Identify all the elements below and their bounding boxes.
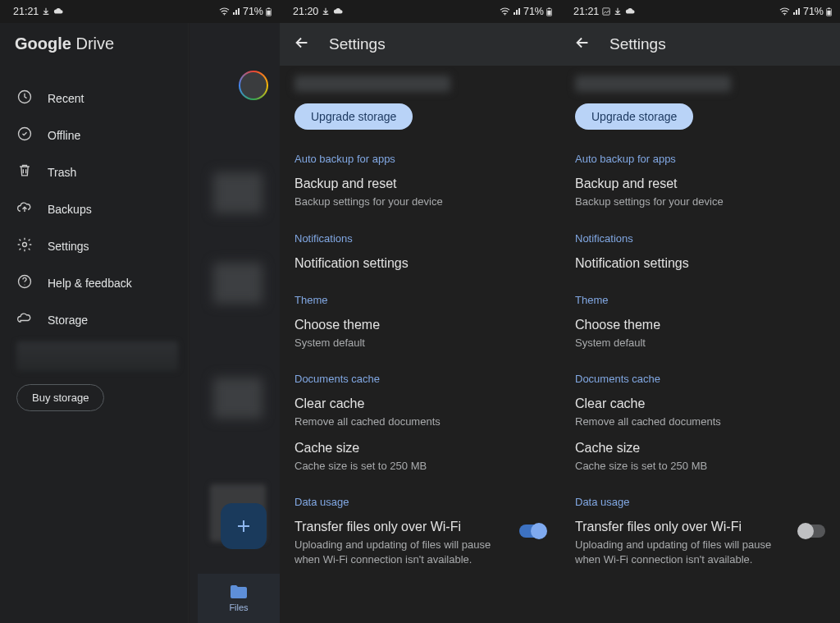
app-title-thin: Drive	[71, 34, 114, 53]
svg-rect-10	[548, 7, 550, 8]
item-clear-cache[interactable]: Clear cache Remove all cached documents	[294, 396, 546, 429]
bottom-nav-files[interactable]: Files	[198, 574, 280, 623]
section-notifications: Notifications	[575, 232, 825, 245]
section-notifications: Notifications	[294, 232, 546, 245]
battery-icon	[546, 7, 552, 16]
item-title: Clear cache	[294, 396, 546, 411]
item-subtitle: Uploading and updating of files will pau…	[294, 538, 511, 566]
item-notification-settings[interactable]: Notification settings	[575, 256, 825, 271]
upgrade-storage-button[interactable]: Upgrade storage	[294, 103, 413, 130]
drawer-item-label: Storage	[48, 314, 88, 327]
behind-content: Files	[196, 66, 280, 623]
item-subtitle: Remove all cached documents	[575, 415, 825, 429]
item-title: Backup and reset	[575, 176, 825, 191]
drawer-item-label: Recent	[48, 92, 84, 105]
page-title: Settings	[329, 35, 386, 53]
item-choose-theme[interactable]: Choose theme System default	[294, 318, 546, 350]
item-subtitle: System default	[575, 336, 825, 350]
item-title: Notification settings	[294, 256, 546, 271]
status-time: 21:21	[573, 6, 599, 17]
item-title: Transfer files only over Wi-Fi	[294, 520, 511, 534]
drawer-item-recent[interactable]: Recent	[0, 80, 188, 117]
gear-icon	[16, 236, 33, 255]
svg-point-6	[23, 243, 27, 247]
section-theme: Theme	[294, 294, 546, 306]
cloud-icon	[625, 7, 635, 16]
folder-thumbnail[interactable]	[213, 378, 262, 419]
drawer-item-storage[interactable]: Storage	[0, 301, 188, 338]
upgrade-storage-label: Upgrade storage	[591, 110, 677, 123]
upgrade-storage-button[interactable]: Upgrade storage	[575, 103, 693, 130]
svg-point-8	[504, 14, 505, 15]
item-title: Cache size	[294, 441, 546, 456]
bottom-nav-label: Files	[229, 602, 248, 612]
offline-icon	[16, 126, 33, 144]
item-title: Clear cache	[575, 396, 825, 411]
wifi-only-toggle[interactable]	[799, 525, 825, 538]
back-icon[interactable]	[293, 34, 311, 55]
storage-summary-blurred	[294, 76, 450, 92]
status-battery-pct: 71%	[803, 6, 824, 17]
signal-icon	[513, 7, 521, 16]
status-bar: 21:21 71%	[560, 0, 840, 23]
item-wifi-only[interactable]: Transfer files only over Wi-Fi Uploading…	[294, 520, 546, 566]
download-icon	[614, 7, 622, 16]
navigation-drawer: Google Drive Recent Offline Trash Backup…	[0, 23, 189, 623]
item-title: Notification settings	[575, 256, 825, 271]
cloud-icon	[333, 7, 343, 16]
settings-content: Upgrade storage Auto backup for apps Bac…	[280, 76, 560, 566]
section-data-usage: Data usage	[294, 496, 546, 508]
drawer-item-label: Backups	[48, 203, 92, 216]
status-time: 21:20	[293, 6, 318, 17]
image-icon	[602, 7, 610, 16]
item-subtitle: System default	[294, 336, 546, 350]
back-icon[interactable]	[573, 34, 591, 55]
drawer-title: Google Drive	[0, 23, 188, 68]
signal-icon	[232, 7, 240, 16]
item-clear-cache[interactable]: Clear cache Remove all cached documents	[575, 396, 825, 429]
drawer-item-offline[interactable]: Offline	[0, 117, 188, 153]
item-notification-settings[interactable]: Notification settings	[294, 256, 546, 271]
app-title-bold: Google	[15, 34, 71, 53]
item-title: Choose theme	[575, 318, 825, 332]
drawer-item-help[interactable]: Help & feedback	[0, 264, 188, 301]
signal-icon	[792, 7, 801, 16]
drawer-item-settings[interactable]: Settings	[0, 227, 188, 264]
svg-rect-15	[828, 7, 830, 8]
folder-thumbnail[interactable]	[213, 172, 262, 213]
item-subtitle: Cache size is set to 250 MB	[294, 459, 546, 474]
svg-rect-2	[267, 7, 270, 8]
clock-icon	[16, 89, 33, 108]
status-time: 21:21	[13, 6, 39, 17]
help-icon	[16, 273, 33, 292]
svg-rect-16	[827, 10, 830, 15]
status-battery-pct: 71%	[523, 6, 544, 17]
item-subtitle: Backup settings for your device	[575, 195, 825, 209]
svg-rect-3	[267, 10, 270, 15]
folder-thumbnail[interactable]	[213, 263, 262, 304]
wifi-icon	[219, 7, 230, 16]
cloud-upload-icon	[16, 199, 33, 218]
item-backup-reset[interactable]: Backup and reset Backup settings for you…	[575, 176, 825, 209]
fab-add-button[interactable]	[221, 503, 267, 549]
download-icon	[42, 7, 50, 16]
page-title: Settings	[609, 35, 666, 53]
buy-storage-label: Buy storage	[32, 392, 89, 404]
section-documents-cache: Documents cache	[575, 373, 825, 385]
settings-pane-toggle-on: 21:20 71% Settings Upgrade storage Auto …	[280, 0, 560, 623]
drawer-item-trash[interactable]: Trash	[0, 153, 188, 190]
item-cache-size[interactable]: Cache size Cache size is set to 250 MB	[294, 441, 546, 474]
section-auto-backup: Auto backup for apps	[575, 153, 825, 165]
avatar[interactable]	[239, 71, 268, 100]
drawer-item-backups[interactable]: Backups	[0, 190, 188, 227]
drawer-item-label: Offline	[48, 129, 80, 142]
item-backup-reset[interactable]: Backup and reset Backup settings for you…	[294, 176, 546, 209]
battery-icon	[266, 7, 272, 16]
item-choose-theme[interactable]: Choose theme System default	[575, 318, 825, 350]
buy-storage-button[interactable]: Buy storage	[16, 384, 104, 411]
wifi-only-toggle[interactable]	[519, 525, 546, 538]
item-cache-size[interactable]: Cache size Cache size is set to 250 MB	[575, 441, 825, 474]
status-bar: 21:21 71%	[0, 0, 280, 23]
item-wifi-only[interactable]: Transfer files only over Wi-Fi Uploading…	[575, 520, 825, 566]
item-title: Transfer files only over Wi-Fi	[575, 520, 791, 534]
